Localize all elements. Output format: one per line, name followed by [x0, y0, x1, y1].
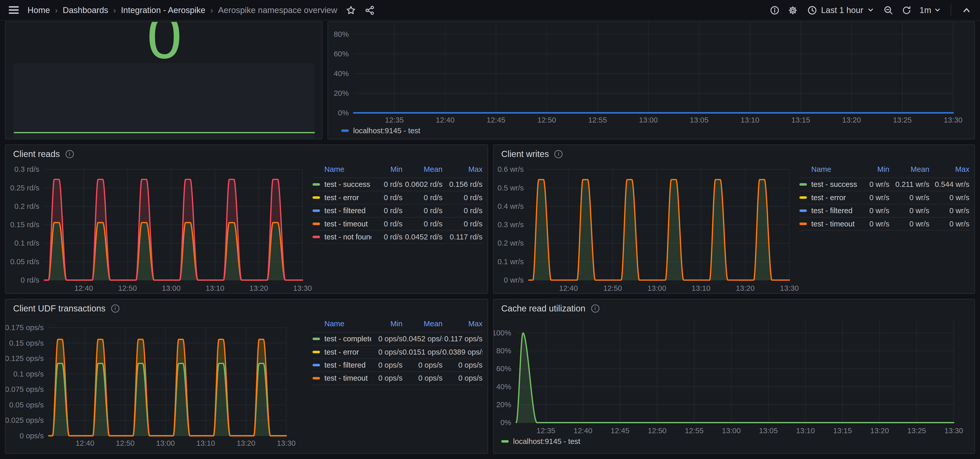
info-circle-icon[interactable] [111, 304, 119, 312]
legend-col-name[interactable]: Name [799, 164, 858, 178]
legend-row[interactable]: test - timeout0 wr/s0 wr/s0 wr/s [799, 217, 969, 230]
x-tick-label: 13:20 [842, 116, 861, 124]
x-tick-label: 12:50 [538, 116, 556, 124]
breadcrumb-folder[interactable]: Integration - Aerospike [121, 5, 205, 15]
legend-col-max[interactable]: Max [929, 164, 969, 178]
legend-swatch [799, 209, 807, 212]
legend-row[interactable]: test - filtered0 rd/s0 rd/s0 rd/s [312, 204, 482, 217]
series-fill [49, 339, 286, 436]
breadcrumb-home[interactable]: Home [27, 5, 50, 15]
legend-max-value: 0 ops/s [442, 372, 483, 385]
legend-col-mean[interactable]: Mean [889, 164, 929, 178]
legend-swatch [312, 196, 320, 199]
legend-col-min[interactable]: Min [371, 318, 402, 332]
legend-row[interactable]: test - success0 wr/s0.211 wr/s0.544 wr/s [799, 178, 969, 191]
star-button[interactable] [344, 3, 359, 18]
x-tick-label: 13:00 [648, 284, 667, 292]
legend-series-name[interactable]: test - timeout [799, 217, 858, 230]
legend-row[interactable]: test - error0 wr/s0 wr/s0 wr/s [799, 191, 969, 204]
x-tick-label: 12:50 [648, 426, 667, 435]
legend-label: test - timeout [811, 220, 855, 228]
collapse-nav-button[interactable] [959, 3, 974, 18]
time-range-picker[interactable]: Last 1 hour [803, 3, 878, 18]
legend-series-name[interactable]: test - timeout [312, 372, 371, 385]
legend-mean-value: 0 wr/s [889, 191, 929, 204]
y-tick-label: 0 wr/s [504, 276, 524, 284]
refresh-button[interactable] [899, 3, 914, 18]
zoom-out-time-button[interactable] [881, 3, 896, 18]
y-tick-label: 0.075 ops/s [6, 385, 44, 394]
y-tick-label: 0.15 ops/s [9, 339, 44, 347]
panel-header[interactable]: Client reads [13, 149, 73, 159]
legend-col-name[interactable]: Name [312, 318, 371, 332]
cache-read-chart[interactable]: 12:3512:4012:4512:5012:5513:0013:0513:10… [494, 300, 974, 453]
info-circle-icon[interactable] [591, 304, 599, 312]
legend-table: Name Min Mean Max test - success0 wr/s0.… [799, 164, 969, 231]
legend-col-min[interactable]: Min [858, 164, 889, 178]
panel-header[interactable]: Cache read utilization [501, 303, 599, 313]
x-tick-label: 13:25 [893, 116, 912, 124]
grafana-dashboard: Home › Dashboards › Integration - Aerosp… [0, 0, 980, 459]
legend-min-value: 0 wr/s [858, 217, 889, 230]
dashboard-insights-button[interactable] [767, 3, 783, 18]
legend-series-name[interactable]: test - success [312, 178, 371, 191]
legend-item[interactable]: localhost:9145 - test [501, 437, 580, 446]
legend-label: test - timeout [325, 220, 368, 228]
legend-row[interactable]: test - complete0 ops/s0.0452 ops/s0.117 … [312, 332, 482, 346]
legend-series-name[interactable]: test - filtered [312, 359, 371, 371]
legend-col-name[interactable]: Name [312, 164, 371, 178]
legend-series-name[interactable]: test - error [312, 191, 371, 204]
legend-row[interactable]: test - error0 ops/s0.0151 ops/s0.0389 op… [312, 346, 482, 359]
refresh-interval-picker[interactable]: 1m [917, 3, 943, 18]
legend-item[interactable]: localhost:9145 - test [341, 126, 420, 135]
legend-col-max[interactable]: Max [442, 164, 483, 178]
x-tick-label: 12:45 [487, 116, 506, 124]
legend-col-min[interactable]: Min [371, 164, 402, 178]
legend-swatch [799, 196, 807, 199]
legend-series-name[interactable]: test - complete [312, 332, 371, 346]
x-tick-label: 12:35 [385, 116, 404, 124]
panel-header[interactable]: Client writes [501, 149, 563, 159]
legend-col-mean[interactable]: Mean [402, 318, 442, 332]
legend-row[interactable]: test - filtered0 ops/s0 ops/s0 ops/s [312, 359, 482, 371]
top-nav: Home › Dashboards › Integration - Aerosp… [0, 0, 980, 21]
legend-row[interactable]: test - timeout0 ops/s0 ops/s0 ops/s [312, 372, 482, 385]
x-tick-label: 13:00 [162, 284, 181, 292]
info-circle-icon[interactable] [65, 150, 73, 158]
x-tick-label: 12:50 [118, 284, 137, 292]
legend-row[interactable]: test - not found0 rd/s0.0452 rd/s0.117 r… [312, 230, 482, 243]
legend-series-name[interactable]: test - success [799, 178, 858, 191]
panel-header[interactable]: Client UDF transactions [13, 303, 119, 313]
x-tick-label: 13:30 [944, 426, 963, 435]
menu-icon[interactable] [6, 3, 21, 18]
legend-min-value: 0 rd/s [371, 230, 402, 243]
legend-max-value: 0 rd/s [442, 191, 483, 204]
legend-series-name[interactable]: test - timeout [312, 217, 371, 230]
breadcrumb-dashboards[interactable]: Dashboards [63, 5, 108, 15]
x-tick-label: 12:50 [603, 284, 622, 292]
legend-series-name[interactable]: test - not found [312, 230, 371, 243]
legend-row[interactable]: test - error0 rd/s0 rd/s0 rd/s [312, 191, 482, 204]
legend-row[interactable]: test - success0 rd/s0.0602 rd/s0.156 rd/… [312, 178, 482, 191]
legend-row[interactable]: test - filtered0 wr/s0 wr/s0 wr/s [799, 204, 969, 217]
y-tick-label: 0.05 ops/s [9, 400, 44, 409]
legend-label: test - filtered [811, 206, 853, 215]
legend-series-name[interactable]: test - error [799, 191, 858, 204]
y-tick-label: 100% [494, 328, 511, 337]
legend-col-max[interactable]: Max [442, 318, 483, 332]
legend-series-name[interactable]: test - error [312, 346, 371, 359]
legend-max-value: 0.117 ops/s [442, 332, 483, 346]
legend-swatch [312, 377, 320, 379]
y-tick-label: 0% [501, 418, 511, 427]
legend-series-name[interactable]: test - filtered [312, 204, 371, 217]
series-line [45, 180, 302, 280]
legend-label: test - complete [325, 335, 371, 343]
info-circle-icon[interactable] [555, 150, 563, 158]
legend-row[interactable]: test - timeout0 rd/s0 rd/s0 rd/s [312, 217, 482, 230]
dashboard-settings-button[interactable] [786, 3, 800, 18]
legend-series-name[interactable]: test - filtered [799, 204, 858, 217]
legend-col-mean[interactable]: Mean [402, 164, 442, 178]
x-tick-label: 13:20 [237, 439, 256, 447]
availability-chart[interactable]: 12:3512:4012:4512:5012:5513:0013:0513:10… [328, 22, 974, 139]
share-button[interactable] [362, 3, 377, 18]
